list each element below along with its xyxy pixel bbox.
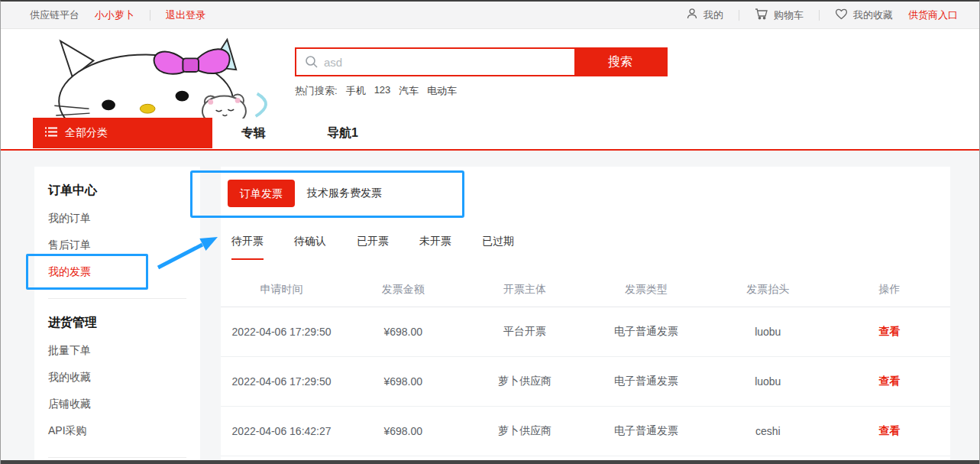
page: 供应链平台 小小萝卜 退出登录 我的 — [0, 0, 980, 464]
table-row: 2022-04-06 17:29:50 ¥698.00 平台开票 电子普通发票 … — [221, 307, 950, 357]
logo-image[interactable] — [31, 31, 280, 118]
hot-search-row: 热门搜索: 手机 123 汽车 电动车 — [295, 84, 457, 98]
hot-search-link[interactable]: 汽车 — [399, 84, 419, 98]
header: 搜索 热门搜索: 手机 123 汽车 电动车 全部分类 专辑 导航1 — [1, 29, 979, 151]
search-box: 搜索 — [295, 47, 668, 76]
sidebar-divider — [48, 298, 186, 299]
nav-link-nav1[interactable]: 导航1 — [327, 125, 358, 141]
sidebar-item-my-invoices[interactable]: 我的发票 — [48, 264, 188, 279]
table-header-row: 申请时间 发票金额 开票主体 发票类型 发票抬头 操作 — [221, 272, 950, 307]
cart-label: 购物车 — [774, 8, 804, 22]
nav-link-album[interactable]: 专辑 — [241, 125, 266, 141]
person-icon — [686, 8, 698, 22]
favorites-label: 我的收藏 — [853, 8, 893, 22]
divider — [150, 10, 150, 21]
cell-amount: ¥698.00 — [342, 326, 464, 338]
sidebar-divider — [48, 457, 186, 458]
sidebar-section-title-purchase: 进货管理 — [48, 314, 188, 331]
tab-tech-service-invoice[interactable]: 技术服务费发票 — [307, 187, 382, 200]
search-button[interactable]: 搜索 — [574, 49, 666, 75]
sidebar-item-bulk-order[interactable]: 批量下单 — [48, 342, 188, 358]
sidebar-item-aftersale-orders[interactable]: 售后订单 — [48, 237, 188, 252]
divider — [739, 10, 739, 21]
table-row: 2022-04-06 16:42:27 ¥698.00 萝卜供应商 电子普通发票… — [221, 407, 950, 456]
cell-amount: ¥698.00 — [342, 375, 464, 388]
invoice-panel: 订单发票 技术服务费发票 待开票 待确认 已开票 未开票 已过期 申请时间 发票… — [221, 167, 950, 462]
my-account-label: 我的 — [703, 8, 723, 22]
search-icon — [305, 55, 319, 72]
col-header-issuer: 开票主体 — [464, 283, 585, 297]
search-input[interactable] — [296, 49, 574, 75]
cell-invoice-type: 电子普通发票 — [586, 375, 707, 388]
divider — [819, 10, 820, 21]
heart-icon — [835, 8, 848, 22]
view-link[interactable]: 查看 — [829, 424, 950, 438]
sidebar: 订单中心 我的订单 售后订单 我的发票 进货管理 批量下单 我的收藏 店铺收藏 … — [34, 167, 200, 460]
hot-search-label: 热门搜索: — [295, 84, 338, 98]
list-icon — [45, 127, 57, 139]
topbar-right: 我的 购物车 我的收藏 — [686, 8, 958, 22]
view-link[interactable]: 查看 — [829, 375, 950, 388]
view-link[interactable]: 查看 — [829, 325, 950, 339]
hot-search-link[interactable]: 123 — [374, 84, 391, 98]
hot-search-link[interactable]: 手机 — [346, 84, 366, 98]
col-header-apply-time: 申请时间 — [221, 283, 342, 297]
invoice-status-tabs: 待开票 待确认 已开票 未开票 已过期 — [221, 235, 950, 260]
sidebar-item-api-purchase[interactable]: API采购 — [48, 423, 188, 438]
tab-order-invoice[interactable]: 订单发票 — [228, 180, 295, 207]
invoice-type-tabs: 订单发票 技术服务费发票 — [221, 180, 950, 207]
sidebar-item-my-favorites[interactable]: 我的收藏 — [48, 369, 188, 385]
all-categories-label: 全部分类 — [65, 126, 108, 140]
col-header-invoice-title: 发票抬头 — [707, 283, 829, 297]
nav-links: 专辑 导航1 — [241, 118, 358, 148]
cell-invoice-type: 电子普通发票 — [586, 424, 707, 438]
cell-invoice-title: ceshi — [707, 425, 829, 437]
tab-to-be-confirmed[interactable]: 待确认 — [294, 235, 326, 260]
cell-amount: ¥698.00 — [342, 425, 464, 437]
cell-apply-time: 2022-04-06 16:42:27 — [221, 425, 342, 437]
supplier-entry-link[interactable]: 供货商入口 — [908, 8, 958, 22]
sidebar-item-my-orders[interactable]: 我的订单 — [48, 210, 188, 226]
tab-invoiced[interactable]: 已开票 — [357, 235, 389, 260]
tab-to-be-invoiced[interactable]: 待开票 — [231, 235, 264, 260]
all-categories-button[interactable]: 全部分类 — [33, 118, 212, 148]
tab-not-invoiced[interactable]: 未开票 — [419, 235, 451, 260]
tab-expired[interactable]: 已过期 — [482, 235, 514, 260]
col-header-action: 操作 — [829, 283, 950, 297]
sidebar-section-title-order-center: 订单中心 — [48, 182, 188, 199]
cell-invoice-title: luobu — [707, 326, 829, 338]
my-account-link[interactable]: 我的 — [686, 8, 723, 22]
logout-link[interactable]: 退出登录 — [166, 8, 205, 22]
username-link[interactable]: 小小萝卜 — [95, 8, 134, 22]
content-area: 订单中心 我的订单 售后订单 我的发票 进货管理 批量下单 我的收藏 店铺收藏 … — [1, 151, 979, 460]
topbar-left: 供应链平台 小小萝卜 退出登录 — [30, 8, 205, 22]
cell-apply-time: 2022-04-06 17:29:50 — [221, 326, 342, 338]
cell-invoice-title: luobu — [707, 375, 829, 388]
invoice-table: 申请时间 发票金额 开票主体 发票类型 发票抬头 操作 2022-04-06 1… — [221, 272, 950, 456]
cell-issuer: 萝卜供应商 — [464, 375, 585, 388]
col-header-amount: 发票金额 — [342, 283, 464, 297]
platform-name-link[interactable]: 供应链平台 — [30, 8, 79, 22]
cell-invoice-type: 电子普通发票 — [586, 325, 707, 339]
cell-issuer: 平台开票 — [464, 325, 585, 339]
hot-search-link[interactable]: 电动车 — [427, 84, 457, 98]
col-header-invoice-type: 发票类型 — [586, 283, 707, 297]
cell-issuer: 萝卜供应商 — [464, 424, 585, 438]
cart-link[interactable]: 购物车 — [755, 8, 804, 22]
favorites-link[interactable]: 我的收藏 — [835, 8, 893, 22]
table-row: 2022-04-06 17:29:50 ¥698.00 萝卜供应商 电子普通发票… — [221, 357, 950, 407]
cart-icon — [755, 8, 768, 22]
window-bottom-edge — [1, 460, 979, 464]
topbar: 供应链平台 小小萝卜 退出登录 我的 — [1, 2, 979, 29]
cell-apply-time: 2022-04-06 17:29:50 — [221, 375, 342, 388]
sidebar-item-shop-favorites[interactable]: 店铺收藏 — [48, 396, 188, 411]
